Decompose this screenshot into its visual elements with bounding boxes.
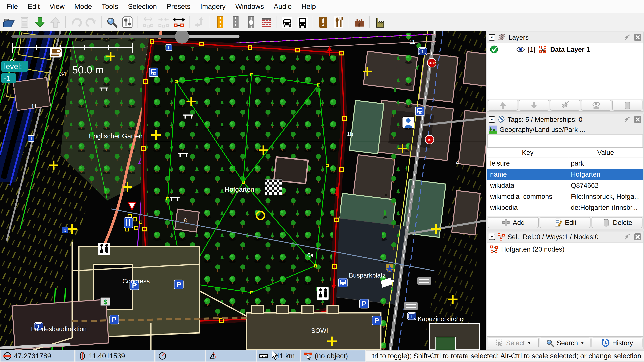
key-column-header[interactable]: Key — [487, 148, 568, 158]
sticky-button[interactable] — [624, 33, 632, 41]
add-tag-button[interactable]: Add — [488, 217, 539, 228]
preset-crossing-button[interactable] — [243, 14, 259, 30]
preset-car-button[interactable] — [280, 14, 295, 30]
route-shield-icon — [418, 48, 427, 55]
opacity-eye-icon — [592, 101, 600, 110]
menu-edit[interactable]: Edit — [23, 0, 44, 13]
level-value: -1 — [4, 74, 10, 82]
menu-presets[interactable]: Presets — [162, 0, 195, 13]
preset-works-button[interactable] — [372, 14, 388, 30]
collapse-button[interactable]: ▼ — [489, 116, 495, 123]
parking-icon — [360, 299, 368, 308]
menu-imagery[interactable]: Imagery — [196, 0, 230, 13]
select-button[interactable]: Select▼ — [488, 338, 539, 348]
collapse-button[interactable]: ▼ — [489, 234, 495, 240]
search-button[interactable]: Search▼ — [540, 338, 591, 348]
visibility-eye-icon[interactable] — [516, 45, 525, 54]
sticky-button[interactable] — [624, 233, 632, 241]
selection-item[interactable]: Hofgarten (20 nodes) — [487, 243, 643, 256]
preset-link[interactable]: Geography/Land use/Park ... — [487, 125, 643, 135]
sticky-button[interactable] — [624, 116, 632, 123]
open-button[interactable] — [1, 14, 17, 30]
tag-row-selected[interactable]: nameHofgarten — [487, 169, 643, 180]
trash-icon — [623, 101, 632, 110]
menu-tools[interactable]: Tools — [97, 0, 123, 13]
tag-key[interactable]: leisure — [487, 158, 568, 169]
close-panel-button[interactable] — [634, 33, 642, 41]
selection-item-label: Hofgarten (20 nodes) — [501, 246, 564, 253]
preset-motorway-button[interactable] — [212, 14, 228, 30]
save-button[interactable] — [17, 14, 32, 30]
close-panel-button[interactable] — [634, 233, 642, 241]
toolbar-separator — [369, 16, 370, 28]
layer-visibility-button[interactable] — [581, 100, 611, 111]
pin-icon — [624, 116, 631, 123]
crossing-icon — [245, 16, 257, 28]
unglue-ways-button[interactable] — [140, 14, 156, 30]
menu-audio[interactable]: Audio — [269, 0, 296, 13]
collapse-button[interactable]: ▼ — [489, 34, 495, 40]
preset-wall-button[interactable] — [259, 14, 274, 30]
layer-up-button[interactable] — [488, 100, 518, 111]
tag-row[interactable]: wikidataQ874662 — [487, 180, 643, 191]
history-icon — [601, 339, 610, 347]
menu-mode[interactable]: Mode — [70, 0, 97, 13]
label-6a: 6a — [307, 252, 314, 258]
preset-castle-button[interactable] — [352, 14, 367, 30]
tag-value[interactable]: Q874662 — [568, 180, 643, 191]
menu-file[interactable]: File — [2, 0, 23, 13]
bus-stop-icon — [416, 107, 424, 116]
bus-icon — [296, 16, 309, 28]
tag-key[interactable]: wikimedia_commons — [487, 191, 568, 202]
download-button[interactable] — [32, 14, 48, 30]
tag-key[interactable]: name — [487, 169, 568, 180]
menu-view[interactable]: View — [44, 0, 70, 13]
map-canvas[interactable]: P STOP 1 i — [0, 31, 486, 350]
tag-row[interactable]: wikimedia_commonsFile:Innsbruck, Hofga..… — [487, 191, 643, 202]
close-panel-button[interactable] — [634, 116, 642, 123]
delete-layer-button[interactable] — [612, 100, 642, 111]
bus-stop-icon — [149, 68, 158, 77]
add-label: Add — [513, 219, 524, 226]
redo-button[interactable] — [84, 14, 99, 30]
upload-button[interactable] — [48, 14, 63, 30]
redo-icon — [85, 16, 98, 28]
turn-restriction-button[interactable] — [192, 14, 207, 30]
tag-value[interactable]: de:Hofgarten (Innsbr... — [568, 202, 643, 213]
close-icon — [634, 116, 641, 123]
layer-down-button[interactable] — [519, 100, 549, 111]
history-button[interactable]: History — [592, 338, 642, 348]
preset-hazard-button[interactable] — [316, 14, 331, 30]
delete-tag-button[interactable]: Delete — [592, 217, 642, 228]
menu-selection[interactable]: Selection — [123, 0, 162, 13]
undo-button[interactable] — [68, 14, 84, 30]
tag-row[interactable]: wikipediade:Hofgarten (Innsbr... — [487, 202, 643, 213]
tag-value[interactable]: File:Innsbruck, Hofga... — [568, 191, 643, 202]
toolbar-separator — [66, 16, 66, 28]
layers-panel-header: ▼ Layers — [487, 32, 643, 43]
edit-tag-button[interactable]: Edit — [540, 217, 591, 228]
tag-row[interactable]: leisurepark — [487, 158, 643, 169]
merge-nodes-button[interactable] — [156, 14, 171, 30]
menu-help[interactable]: Help — [296, 0, 321, 13]
label-busparkplatz: Busparkplatz — [349, 272, 386, 279]
status-bar: 47.2731789 11.4011539 1,11 km (no object… — [0, 350, 644, 362]
combine-ways-button[interactable] — [171, 14, 187, 30]
preset-restaurant-button[interactable] — [331, 14, 346, 30]
tag-value[interactable]: Hofgarten — [568, 169, 643, 180]
value-column-header[interactable]: Value — [568, 148, 643, 158]
preset-bus-button[interactable] — [295, 14, 310, 30]
preferences-button[interactable] — [120, 14, 135, 30]
label-kapuzinerkirche: Kapuzinerkirche — [418, 316, 463, 323]
layers-icon — [498, 33, 506, 41]
layer-row[interactable]: [1] Data Layer 1 — [487, 43, 643, 56]
merge-layer-button[interactable] — [550, 100, 580, 111]
zoom-button[interactable] — [104, 14, 120, 30]
preset-road-button[interactable] — [228, 14, 243, 30]
menu-windows[interactable]: Windows — [230, 0, 269, 13]
tag-key[interactable]: wikipedia — [487, 202, 568, 213]
tag-key[interactable]: wikidata — [487, 180, 568, 191]
layers-panel: ▼ Layers [1] Data Layer 1 — [487, 32, 644, 112]
angle-icon — [208, 352, 218, 361]
tag-value[interactable]: park — [568, 158, 643, 169]
